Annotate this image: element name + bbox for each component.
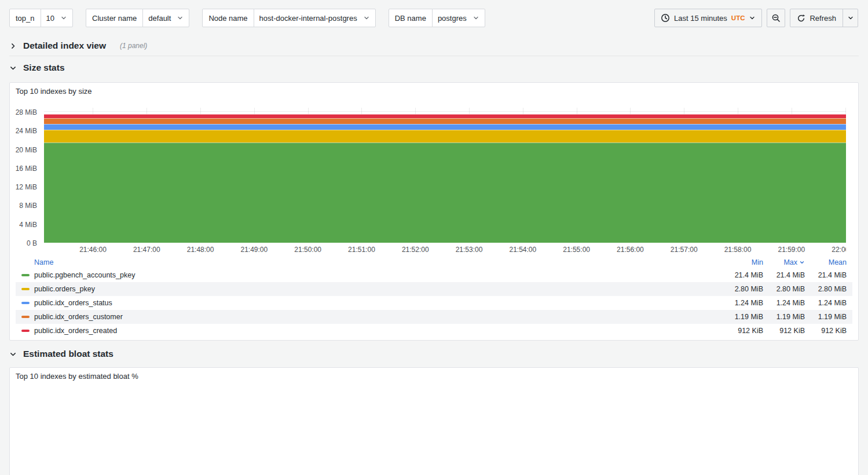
variable-value-text: default [148, 14, 171, 23]
dashboard-toolbar: top_n 10 Cluster name default Node name … [9, 8, 858, 28]
panel-title[interactable]: Top 10 indexes by size [16, 87, 92, 96]
time-picker-button[interactable]: Last 15 minutes UTC [654, 9, 762, 27]
panel-title[interactable]: Top 10 indexes by estimated bloat % [16, 372, 138, 381]
zoom-out-icon [771, 13, 781, 23]
legend-header: Name Min Max Mean [16, 257, 852, 268]
series-color-swatch [21, 316, 30, 318]
x-axis-label: 21:48:00 [181, 246, 220, 254]
refresh-split-button: Refresh [790, 9, 858, 27]
chevron-down-icon [9, 350, 17, 358]
series-band [44, 114, 846, 118]
series-max-value: 1.19 MiB [763, 313, 805, 321]
series-min-value: 912 KiB [721, 327, 763, 335]
chevron-down-icon [9, 64, 17, 72]
x-axis-label: 21:57:00 [664, 246, 704, 254]
x-axis-label: 21:53:00 [449, 246, 489, 254]
variable-value-dropdown[interactable]: host-docker-internal-postgres [254, 9, 376, 27]
variable-value-dropdown[interactable]: default [142, 9, 189, 27]
series-band [44, 130, 846, 143]
legend-column-max[interactable]: Max [763, 258, 805, 266]
x-axis: 21:46:0021:47:0021:48:0021:49:0021:50:00… [44, 246, 846, 255]
series-max-value: 2.80 MiB [763, 285, 805, 293]
legend-column-name[interactable]: Name [16, 258, 721, 266]
variable-node-name: Node name host-docker-internal-postgres [202, 9, 375, 27]
legend-row[interactable]: public.idx_orders_created912 KiB912 KiB9… [16, 324, 852, 338]
x-axis-label: 21:52:00 [395, 246, 435, 254]
x-axis-label: 22:00:00 [826, 246, 846, 254]
series-max-value: 21.4 MiB [763, 271, 805, 279]
plot-area[interactable] [44, 108, 846, 243]
variable-db-name: DB name postgres [389, 9, 485, 27]
y-axis-label: 12 MiB [16, 183, 37, 191]
h-gridline [44, 111, 846, 112]
variable-value-dropdown[interactable]: postgres [432, 9, 485, 27]
variable-controls: top_n 10 Cluster name default Node name … [9, 9, 485, 27]
variable-label: DB name [389, 9, 433, 27]
row-size-stats[interactable]: Size stats [9, 61, 65, 75]
series-mean-value: 1.19 MiB [805, 313, 847, 321]
series-name[interactable]: public.pgbench_accounts_pkey [34, 271, 135, 279]
series-min-value: 1.24 MiB [721, 299, 763, 307]
x-axis-label: 21:47:00 [127, 246, 166, 254]
timezone-label: UTC [731, 14, 745, 21]
chevron-right-icon [9, 42, 17, 50]
time-range-label: Last 15 minutes [674, 14, 727, 23]
refresh-label: Refresh [810, 14, 836, 23]
refresh-icon [797, 14, 805, 23]
y-axis-label: 0 B [27, 239, 37, 247]
variable-value-text: postgres [438, 14, 467, 23]
series-min-value: 2.80 MiB [721, 285, 763, 293]
variable-value-text: 10 [46, 14, 54, 23]
y-axis-label: 24 MiB [16, 127, 37, 135]
series-mean-value: 912 KiB [805, 327, 847, 335]
legend-row[interactable]: public.idx_orders_customer1.19 MiB1.19 M… [16, 310, 852, 324]
zoom-out-button[interactable] [767, 9, 785, 27]
series-name[interactable]: public.orders_pkey [34, 285, 95, 293]
legend-row[interactable]: public.idx_orders_status1.24 MiB1.24 MiB… [16, 296, 852, 310]
series-color-swatch [21, 302, 30, 304]
x-axis-label: 21:49:00 [235, 246, 274, 254]
x-axis-label: 21:51:00 [342, 246, 381, 254]
series-color-swatch [21, 288, 30, 290]
y-axis-label: 28 MiB [16, 108, 37, 116]
legend-column-mean[interactable]: Mean [805, 258, 847, 266]
chevron-down-icon [473, 14, 479, 21]
series-max-value: 912 KiB [763, 327, 805, 335]
series-name[interactable]: public.idx_orders_status [34, 299, 112, 307]
panel-top-indexes-by-size: Top 10 indexes by size 0 B4 MiB8 MiB12 M… [9, 82, 859, 341]
x-axis-label: 21:46:00 [73, 246, 112, 254]
variable-cluster-name: Cluster name default [86, 9, 189, 27]
chevron-down-icon [847, 14, 854, 21]
refresh-button[interactable]: Refresh [790, 9, 843, 27]
chevron-down-icon [363, 14, 370, 21]
legend-row[interactable]: public.pgbench_accounts_pkey21.4 MiB21.4… [16, 268, 852, 282]
y-axis: 0 B4 MiB8 MiB12 MiB16 MiB20 MiB24 MiB28 … [10, 108, 41, 243]
row-title: Size stats [23, 63, 65, 73]
clock-icon [661, 13, 670, 23]
series-name[interactable]: public.idx_orders_created [34, 327, 117, 335]
legend-column-mean-label: Mean [829, 258, 847, 266]
variable-label: Cluster name [86, 9, 143, 27]
variable-label: top_n [9, 9, 41, 27]
chevron-down-icon [60, 14, 67, 21]
legend-column-min-label: Min [752, 258, 763, 266]
series-band [44, 142, 846, 243]
row-divider [9, 56, 859, 56]
row-panel-count: (1 panel) [120, 42, 147, 50]
variable-value-dropdown[interactable]: 10 [41, 9, 73, 27]
refresh-interval-dropdown[interactable] [843, 9, 858, 27]
row-title: Estimated bloat stats [23, 349, 113, 359]
chevron-down-icon [749, 14, 756, 21]
row-estimated-bloat-stats[interactable]: Estimated bloat stats [9, 347, 113, 361]
legend-row[interactable]: public.orders_pkey2.80 MiB2.80 MiB2.80 M… [16, 282, 852, 296]
x-axis-label: 21:54:00 [503, 246, 543, 254]
row-detailed-index-view[interactable]: Detailed index view (1 panel) [9, 39, 147, 53]
x-axis-label: 21:55:00 [557, 246, 596, 254]
chevron-down-icon [177, 14, 184, 21]
series-name[interactable]: public.idx_orders_customer [34, 313, 123, 321]
series-color-swatch [21, 330, 30, 332]
series-min-value: 1.19 MiB [721, 313, 763, 321]
legend-column-min[interactable]: Min [721, 258, 763, 266]
sort-caret-icon [799, 260, 805, 265]
series-mean-value: 2.80 MiB [805, 285, 847, 293]
